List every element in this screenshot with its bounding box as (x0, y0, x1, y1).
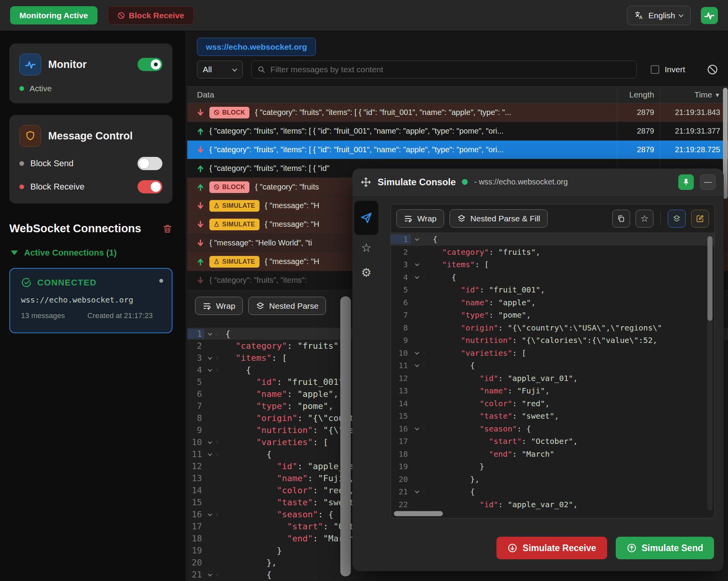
invert-label: Invert (665, 65, 685, 74)
fold-chevron-icon[interactable] (411, 351, 424, 355)
connection-tab[interactable]: wss://echo.websocket.org (197, 38, 316, 56)
console-json-editor[interactable]: 1{2 "category": "fruits",3 "items": [4 {… (391, 233, 714, 518)
column-data[interactable]: Data (187, 90, 617, 99)
nested-parse-button[interactable]: Nested Parse (248, 297, 326, 315)
minimize-button[interactable]: — (700, 174, 716, 190)
console-wrap-button[interactable]: Wrap (396, 209, 444, 228)
block-receive-toggle[interactable] (138, 180, 162, 193)
line-number: 16 (187, 510, 204, 519)
fold-chevron-icon[interactable] (411, 276, 424, 279)
simulate-send-button[interactable]: Simulate Send (616, 537, 714, 559)
fold-chevron-icon[interactable] (204, 369, 218, 372)
code-line: "varieties": [ (433, 348, 714, 358)
flask-icon (214, 203, 219, 209)
line-number: 3 (391, 260, 411, 269)
monitoring-active-button[interactable]: Monitoring Active (10, 6, 98, 24)
line-number: 9 (187, 425, 204, 435)
table-row[interactable]: BLOCK { "category": "fruits", "items": [… (187, 103, 728, 122)
fold-chevron-icon[interactable] (204, 357, 218, 360)
message-length: 2879 (617, 141, 660, 159)
invert-checkbox[interactable] (651, 65, 659, 74)
sidebar: Monitor Active Message Control Block Sen… (0, 31, 186, 581)
star-icon: ☆ (361, 241, 372, 254)
trash-icon[interactable] (162, 224, 172, 234)
code-line: "color": "red", (433, 399, 714, 408)
language-selector[interactable]: A English (627, 6, 691, 25)
fold-chevron-icon[interactable] (411, 263, 424, 266)
line-number: 4 (187, 365, 204, 375)
tab-favorites[interactable]: ☆ (354, 235, 378, 260)
tab-send[interactable] (354, 201, 378, 235)
block-send-toggle[interactable] (138, 157, 162, 170)
fold-chevron-icon[interactable] (204, 513, 218, 516)
simulate-receive-button[interactable]: Simulate Receive (496, 537, 607, 559)
connection-indicator-dot (159, 279, 163, 283)
favorite-button[interactable]: ☆ (636, 210, 653, 228)
panel-scrollbar-thumb[interactable] (340, 296, 351, 576)
fold-chevron-icon[interactable] (411, 238, 424, 241)
line-number: 21 (391, 487, 411, 496)
fold-chevron-icon[interactable] (411, 364, 424, 367)
arrow-up-icon (197, 164, 204, 173)
line-number: 18 (391, 449, 411, 459)
line-number: 19 (187, 546, 204, 555)
message-preview: { "message": "H (265, 257, 319, 266)
status-badge: SIMULATE (209, 256, 260, 268)
table-row[interactable]: { "category": "fruits", "items": [ { "id… (187, 141, 728, 159)
column-time[interactable]: Time ▼ (660, 87, 728, 103)
code-line: { (225, 570, 728, 579)
copy-button[interactable] (612, 210, 630, 228)
fold-chevron-icon[interactable] (204, 573, 218, 576)
message-preview: { "message": "Hello World", "ti (209, 238, 312, 247)
block-receive-pill[interactable]: Block Receive (108, 6, 194, 24)
editor-line: 5 "id": "fruit_001", (391, 284, 714, 296)
fold-chevron-icon[interactable] (411, 490, 424, 493)
search-input[interactable] (270, 65, 631, 74)
line-number: 16 (391, 424, 411, 433)
message-type-select[interactable]: All (197, 61, 243, 78)
monitor-toggle[interactable] (138, 58, 162, 71)
fold-chevron-icon[interactable] (411, 427, 424, 430)
editor-line: 4 { (391, 271, 714, 284)
editor-line: 17 "start": "October", (391, 435, 714, 448)
line-number: 3 (187, 353, 204, 363)
line-number: 8 (187, 413, 204, 423)
editor-line: 2 "category": "fruits", (391, 246, 714, 259)
block-send-dot (19, 161, 24, 166)
ban-icon (117, 12, 125, 19)
pin-button[interactable] (678, 174, 694, 190)
nested-parse-fill-button[interactable]: Nested Parse & Fill (449, 209, 548, 228)
arrow-down-icon (197, 239, 204, 247)
connection-card[interactable]: CONNECTED wss://echo.websocket.org 13 me… (9, 268, 172, 333)
editor-hscrollbar-thumb[interactable] (394, 511, 443, 516)
active-connections-group[interactable]: Active Connections (1) (11, 248, 117, 258)
message-length: 2879 (617, 103, 660, 122)
table-row[interactable]: { "category": "fruits", "items": [ { "id… (187, 122, 728, 141)
layers-icon (672, 214, 681, 223)
line-number: 17 (187, 522, 204, 531)
wrap-button[interactable]: Wrap (195, 297, 243, 315)
editor-line: 6 "name": "apple", (391, 296, 714, 309)
column-length[interactable]: Length (617, 87, 660, 103)
invert-checkbox-row[interactable]: Invert (651, 65, 685, 74)
editor-scrollbar-thumb[interactable] (707, 236, 712, 321)
fold-chevron-icon[interactable] (204, 332, 218, 336)
code-line: "id": "apple_var_01", (433, 374, 714, 383)
message-time: 21:19:28.725 (660, 141, 728, 159)
tab-settings[interactable]: ⚙ (354, 260, 378, 285)
editor-line: 9 "nutrition": "{\"calories\":{\"value\"… (391, 334, 714, 347)
move-icon[interactable] (361, 177, 371, 188)
chevron-down-icon (232, 66, 237, 71)
sort-desc-icon: ▼ (714, 92, 720, 98)
circle-up-arrow-icon (627, 543, 637, 553)
console-header[interactable]: Simulate Console - wss://echo.websocket.… (353, 169, 723, 195)
nested-mode-button[interactable] (668, 210, 686, 228)
line-number: 9 (391, 336, 411, 345)
fold-chevron-icon[interactable] (204, 453, 218, 456)
table-scrollbar-thumb[interactable] (723, 88, 728, 199)
arrow-up-icon (197, 127, 204, 136)
clear-block-icon[interactable] (707, 64, 718, 75)
fold-chevron-icon[interactable] (204, 441, 218, 444)
line-number: 11 (187, 449, 204, 459)
edit-button[interactable] (691, 210, 709, 228)
